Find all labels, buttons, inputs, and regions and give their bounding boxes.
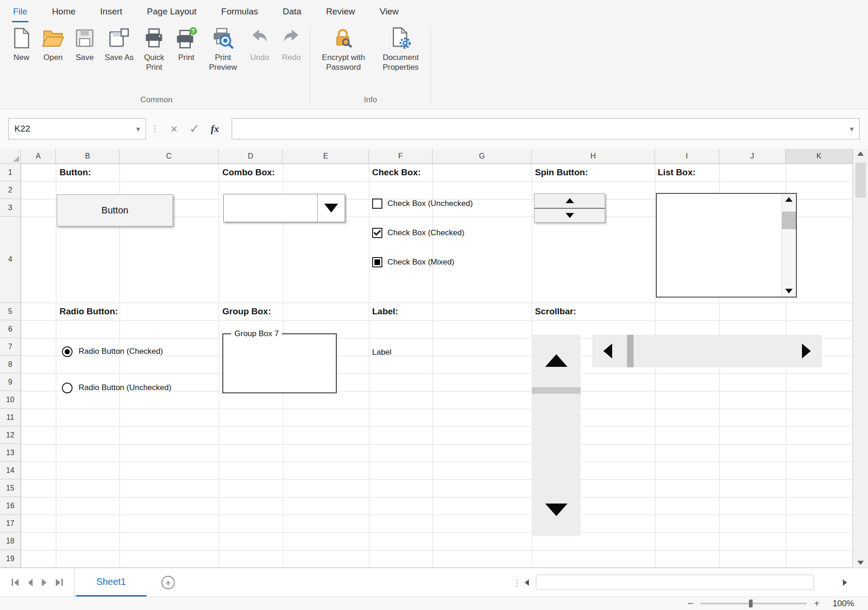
radio-unchecked-icon[interactable] (62, 383, 73, 393)
list-scrollbar-thumb[interactable] (782, 212, 796, 229)
tab-page-layout[interactable]: Page Layout (146, 2, 198, 22)
grid-scroll-down-icon[interactable] (857, 561, 864, 565)
checkbox-unchecked-row[interactable]: Check Box (Unchecked) (372, 196, 473, 211)
document-properties-button[interactable]: Document Properties (374, 22, 427, 72)
row-header-10[interactable]: 10 (0, 391, 21, 409)
column-header-J[interactable]: J (719, 149, 786, 164)
enter-button[interactable]: ✓ (184, 118, 205, 139)
radio-unchecked-row[interactable]: Radio Button (Unchecked) (62, 380, 171, 395)
scroll-down-arrow-icon[interactable] (545, 504, 568, 516)
row-header-15[interactable]: 15 (0, 479, 21, 497)
vertical-scrollbar-thumb[interactable] (532, 387, 581, 394)
row-header-9[interactable]: 9 (0, 373, 21, 391)
spin-up-button[interactable] (534, 194, 605, 208)
sheetbar-splitter-icon[interactable]: ⋮ (513, 577, 521, 588)
tab-formulas[interactable]: Formulas (220, 2, 259, 22)
column-header-D[interactable]: D (219, 149, 283, 164)
column-header-B[interactable]: B (56, 149, 120, 164)
row-header-16[interactable]: 16 (0, 497, 21, 515)
row-header-18[interactable]: 18 (0, 532, 21, 550)
tab-file[interactable]: File (12, 2, 28, 22)
first-sheet-button[interactable] (12, 579, 19, 586)
cancel-button[interactable]: × (164, 118, 184, 139)
row-header-3[interactable]: 3 (0, 199, 21, 217)
hscroll-left-button[interactable] (525, 579, 529, 586)
column-header-A[interactable]: A (21, 149, 56, 164)
checkbox-unchecked-icon[interactable] (372, 199, 382, 209)
column-header-G[interactable]: G (433, 149, 532, 164)
tab-data[interactable]: Data (282, 2, 302, 22)
name-box-dropdown-icon[interactable]: ▾ (136, 125, 140, 133)
column-header-I[interactable]: I (655, 149, 719, 164)
sheet-tab-sheet1[interactable]: Sheet1 (76, 568, 147, 597)
zoom-level-text[interactable]: 100% (833, 599, 854, 609)
formula-expand-icon[interactable]: ▾ (850, 125, 854, 133)
add-sheet-button[interactable]: + (161, 576, 175, 589)
row-header-7[interactable]: 7 (0, 338, 21, 356)
horizontal-scrollbar-thumb[interactable] (627, 335, 634, 367)
hscroll-track[interactable] (536, 575, 814, 590)
row-header-17[interactable]: 17 (0, 515, 21, 532)
insert-function-button[interactable]: fx (205, 118, 225, 139)
scroll-up-arrow-icon[interactable] (545, 354, 568, 367)
checkbox-checked-icon[interactable] (372, 228, 382, 238)
row-header-5[interactable]: 5 (0, 303, 21, 320)
grid-scrollbar-thumb[interactable] (855, 163, 866, 198)
zoom-slider-thumb[interactable] (749, 600, 753, 608)
tab-home[interactable]: Home (51, 2, 77, 22)
zoom-out-button[interactable]: − (688, 598, 694, 609)
formula-input[interactable]: ▾ (232, 118, 860, 139)
quick-print-button[interactable]: Quick Print (138, 22, 170, 72)
spreadsheet-grid[interactable]: Button: Combo Box: Check Box: Spin Butto… (0, 149, 853, 568)
row-header-13[interactable]: 13 (0, 444, 21, 462)
row-header-12[interactable]: 12 (0, 426, 21, 444)
zoom-slider-track[interactable] (701, 603, 807, 604)
column-header-H[interactable]: H (532, 149, 655, 164)
print-button[interactable]: ? Print (170, 22, 202, 62)
hscroll-right-button[interactable] (843, 579, 847, 586)
name-box[interactable]: K22 ▾ (8, 118, 146, 139)
list-box-control[interactable] (656, 193, 797, 298)
row-header-11[interactable]: 11 (0, 409, 21, 426)
save-button[interactable]: Save (69, 22, 100, 62)
tab-view[interactable]: View (379, 2, 400, 22)
spin-down-button[interactable] (534, 208, 605, 223)
redo-button[interactable]: Redo (275, 22, 307, 62)
checkbox-mixed-row[interactable]: Check Box (Mixed) (372, 255, 454, 270)
radio-checked-row[interactable]: Radio Button (Checked) (62, 344, 163, 359)
vertical-scrollbar-control[interactable] (532, 335, 581, 536)
scroll-right-arrow-icon[interactable] (802, 344, 811, 358)
next-sheet-button[interactable] (42, 579, 47, 586)
radio-checked-icon[interactable] (62, 346, 73, 357)
undo-button[interactable]: Undo (244, 22, 275, 62)
row-header-6[interactable]: 6 (0, 320, 21, 338)
grid-scroll-up-icon[interactable] (857, 152, 864, 156)
list-scroll-down-button[interactable] (782, 289, 796, 293)
list-box-scrollbar[interactable] (781, 194, 796, 297)
checkbox-mixed-icon[interactable] (372, 257, 382, 267)
row-header-2[interactable]: 2 (0, 181, 21, 199)
select-all-button[interactable] (0, 149, 21, 164)
last-sheet-button[interactable] (56, 579, 63, 586)
row-header-4[interactable]: 4 (0, 217, 21, 303)
print-preview-button[interactable]: Print Preview (202, 22, 244, 72)
tab-review[interactable]: Review (325, 2, 356, 22)
combo-box-control[interactable] (223, 194, 345, 222)
list-scroll-up-button[interactable] (782, 197, 796, 202)
previous-sheet-button[interactable] (28, 579, 33, 586)
zoom-in-button[interactable]: + (814, 599, 820, 608)
formula-bar-splitter-icon[interactable]: ⋮ (151, 124, 159, 134)
open-button[interactable]: Open (37, 22, 69, 62)
checkbox-checked-row[interactable]: Check Box (Checked) (372, 225, 464, 240)
column-header-K[interactable]: K (786, 149, 853, 164)
column-header-F[interactable]: F (369, 149, 433, 164)
scroll-left-arrow-icon[interactable] (603, 344, 612, 358)
row-header-1[interactable]: 1 (0, 164, 21, 181)
grid-vertical-scrollbar[interactable] (853, 149, 868, 568)
save-as-button[interactable]: Save As (100, 22, 138, 62)
spin-button-control[interactable] (534, 193, 605, 223)
form-button-control[interactable]: Button (57, 194, 173, 226)
row-header-8[interactable]: 8 (0, 356, 21, 373)
row-header-19[interactable]: 19 (0, 550, 21, 568)
combo-dropdown-button[interactable] (317, 194, 345, 222)
